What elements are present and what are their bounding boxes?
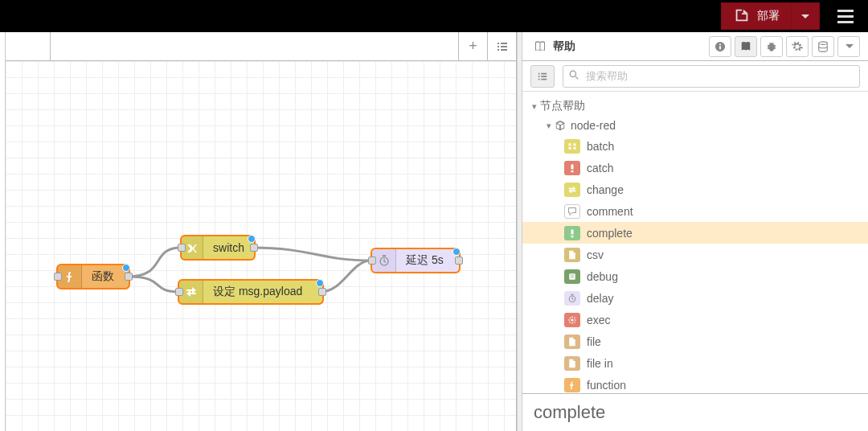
tab-more[interactable]: [837, 36, 860, 57]
tab-context[interactable]: [812, 36, 834, 57]
help-item-label: exec: [587, 314, 611, 326]
node-change[interactable]: 设定 msg.payload: [178, 280, 323, 304]
file-icon: [564, 356, 580, 371]
book-icon: [534, 40, 547, 53]
svg-rect-10: [571, 229, 574, 234]
deploy-button[interactable]: 部署: [722, 6, 791, 27]
deploy-label: 部署: [757, 9, 780, 23]
alert-icon: [564, 226, 580, 240]
tree-root[interactable]: ▾ 节点帮助: [522, 96, 868, 116]
sidebar-separator[interactable]: [517, 32, 522, 431]
svg-rect-5: [574, 143, 576, 146]
add-flow-button[interactable]: +: [458, 32, 487, 60]
tab-debug[interactable]: [760, 36, 783, 57]
svg-rect-7: [574, 146, 576, 149]
help-item-comment[interactable]: comment: [522, 200, 868, 222]
changed-indicator: [122, 264, 130, 272]
tab-info[interactable]: [709, 36, 731, 57]
comment-icon: [564, 204, 580, 219]
help-item-change[interactable]: change: [522, 179, 868, 200]
svg-rect-13: [571, 274, 575, 275]
help-item-filein[interactable]: file in: [522, 352, 868, 374]
changed-indicator: [248, 235, 256, 243]
book-icon: [740, 41, 751, 52]
help-search-input[interactable]: [563, 65, 860, 88]
help-item-label: function: [587, 379, 626, 392]
caret-down-icon: [801, 14, 809, 18]
app-header: 部署: [0, 0, 868, 32]
help-item-exec[interactable]: exec: [522, 309, 868, 330]
output-port[interactable]: [455, 257, 463, 265]
plus-icon: +: [469, 38, 477, 55]
help-item-delay[interactable]: delay: [522, 287, 868, 309]
svg-rect-16: [571, 293, 574, 295]
input-port[interactable]: [175, 288, 183, 296]
help-item-label: change: [587, 183, 624, 196]
search-wrap: [563, 65, 860, 88]
svg-point-17: [571, 318, 574, 321]
help-toolbar: [522, 61, 868, 92]
input-port[interactable]: [368, 257, 376, 265]
list-flows-button[interactable]: [487, 32, 516, 60]
help-item-complete[interactable]: complete: [522, 222, 868, 244]
caret-down-icon: [845, 44, 854, 48]
output-port[interactable]: [250, 244, 258, 252]
info-icon: [714, 41, 726, 52]
wires-layer: [6, 61, 516, 431]
tab-config[interactable]: [786, 36, 809, 57]
list-icon: [537, 71, 548, 82]
output-port[interactable]: [125, 273, 133, 281]
input-port[interactable]: [54, 273, 62, 281]
svg-rect-8: [571, 164, 574, 169]
svg-rect-14: [571, 277, 575, 277]
caret-down-icon: ▾: [543, 121, 555, 131]
help-item-label: complete: [587, 227, 633, 240]
bug-icon: [766, 41, 777, 52]
help-item-label: comment: [587, 205, 633, 218]
help-item-catch[interactable]: catch: [522, 157, 868, 179]
svg-rect-9: [571, 170, 574, 172]
toc-toggle-button[interactable]: [530, 65, 555, 88]
help-item-debug[interactable]: debug: [522, 265, 868, 287]
help-item-csv[interactable]: csv: [522, 244, 868, 265]
node-delay[interactable]: 延迟 5s: [371, 248, 460, 273]
svg-rect-11: [571, 236, 574, 237]
help-item-file[interactable]: file: [522, 330, 868, 352]
svg-rect-6: [569, 146, 571, 149]
help-item-label: debug: [587, 270, 618, 283]
node-function[interactable]: 函数: [57, 265, 129, 289]
deploy-icon: [733, 6, 751, 27]
debug-icon: [564, 269, 580, 284]
preview-title: complete: [534, 402, 857, 423]
flow-canvas[interactable]: 函数 switch 设定 msg.payload: [6, 61, 516, 431]
help-item-label: catch: [587, 162, 613, 174]
svg-point-2: [819, 41, 828, 44]
function-icon: [564, 378, 580, 392]
node-switch[interactable]: switch: [181, 236, 255, 260]
tree-group[interactable]: ▾ node-red: [522, 116, 868, 135]
palette-collapsed[interactable]: [0, 32, 6, 431]
cube-icon: [555, 120, 566, 131]
help-item-batch[interactable]: batch: [522, 135, 868, 157]
search-icon: [569, 70, 579, 83]
help-item-label: batch: [587, 140, 614, 153]
changed-indicator: [316, 279, 324, 287]
caret-down-icon: ▾: [529, 101, 540, 112]
input-port[interactable]: [178, 244, 186, 252]
tab-help[interactable]: [735, 36, 757, 57]
help-item-label: file in: [587, 357, 613, 370]
list-icon: [496, 40, 509, 53]
flow-tab[interactable]: [6, 32, 51, 60]
gear-icon: [792, 41, 803, 52]
help-item-label: delay: [587, 292, 613, 305]
help-tree[interactable]: ▾ 节点帮助 ▾ node-red batchcatchchangecommen…: [522, 92, 868, 393]
file-icon: [564, 335, 580, 349]
main-area: + 函数: [0, 32, 868, 431]
help-item-function[interactable]: function: [522, 374, 868, 393]
main-menu-button[interactable]: [829, 3, 862, 30]
batch-icon: [564, 139, 580, 154]
sidebar-header: 帮助: [522, 32, 868, 61]
output-port[interactable]: [318, 288, 326, 296]
deploy-dropdown[interactable]: [791, 3, 819, 29]
sidebar-title-wrap: 帮助: [534, 39, 702, 54]
